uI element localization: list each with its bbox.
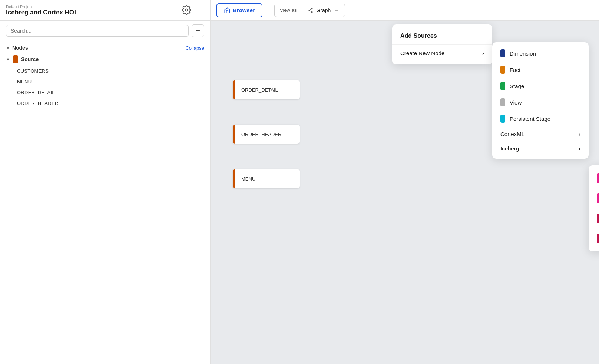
list-item[interactable]: MENU xyxy=(17,76,204,87)
node-type-dimension[interactable]: Dimension xyxy=(492,45,589,62)
view-as-label: View as xyxy=(275,4,302,17)
browser-tab-label: Browser xyxy=(233,7,255,13)
snowpipe-iceberg-table-item[interactable]: Snowpipe Iceberg table xyxy=(589,228,599,248)
view-dot xyxy=(500,98,505,106)
source-chevron-icon: ▼ xyxy=(6,57,10,62)
settings-icon[interactable] xyxy=(182,5,191,16)
list-item[interactable]: ORDER_HEADER xyxy=(17,98,204,109)
stage-dot xyxy=(500,82,505,90)
collapse-button[interactable]: Collapse xyxy=(185,45,204,51)
create-new-node-item[interactable]: Create New Node › xyxy=(392,45,492,62)
snowflake-iceberg-dot xyxy=(597,173,599,183)
cortexML-arrow-icon: › xyxy=(579,131,580,137)
node-type-fact[interactable]: Fact xyxy=(492,62,589,78)
node-type-view[interactable]: View xyxy=(492,94,589,110)
project-label: Default Project xyxy=(6,4,204,9)
svg-line-4 xyxy=(309,9,312,10)
external-iceberg-table-item[interactable]: External Iceberg table xyxy=(589,188,599,208)
nodes-label-text: Nodes xyxy=(12,45,28,51)
node-label: ORDER_HEADER xyxy=(235,125,287,144)
canvas-node[interactable]: ORDER_HEADER xyxy=(233,125,300,144)
canvas-node[interactable]: ORDER_DETAIL xyxy=(233,80,300,99)
fact-label: Fact xyxy=(510,67,520,73)
node-type-iceberg[interactable]: Iceberg › xyxy=(492,141,589,156)
node-bar xyxy=(233,125,235,144)
graph-dropdown[interactable]: Graph xyxy=(302,4,345,17)
iceberg-label: Iceberg xyxy=(500,145,519,152)
main-layout: + ▼ Nodes Collapse ▼ Source CUSTOMERS ME… xyxy=(0,21,599,364)
copy-into-iceberg-table-item[interactable]: Copy Into Iceberg table xyxy=(589,208,599,228)
external-iceberg-dot xyxy=(597,193,599,203)
sidebar-header: Default Project Iceberg and Cortex HOL xyxy=(0,0,211,20)
svg-point-3 xyxy=(312,11,313,13)
node-bar xyxy=(233,169,235,188)
svg-point-2 xyxy=(312,8,313,9)
svg-line-5 xyxy=(309,10,312,12)
iceberg-submenu: Snowflake Iceberg table External Iceberg… xyxy=(589,165,599,251)
snowflake-iceberg-table-item[interactable]: Snowflake Iceberg table xyxy=(589,168,599,188)
node-label: ORDER_DETAIL xyxy=(235,80,284,99)
stage-label: Stage xyxy=(510,83,524,89)
browser-tab[interactable]: Browser xyxy=(216,3,262,17)
sidebar: + ▼ Nodes Collapse ▼ Source CUSTOMERS ME… xyxy=(0,21,211,364)
list-item[interactable]: CUSTOMERS xyxy=(17,66,204,76)
svg-point-1 xyxy=(308,10,309,11)
node-types-submenu: Dimension Fact Stage View Persistent Sta… xyxy=(492,42,589,159)
arrow-icon: › xyxy=(482,50,484,56)
dimension-label: Dimension xyxy=(510,50,536,57)
project-title: Iceberg and Cortex HOL xyxy=(6,9,204,16)
view-label: View xyxy=(510,99,522,106)
iceberg-arrow-icon: › xyxy=(579,145,580,152)
fact-dot xyxy=(500,66,505,74)
node-type-persistent-stage[interactable]: Persistent Stage xyxy=(492,110,589,127)
canvas: ORDER_DETAIL ORDER_HEADER MENU Add Sourc… xyxy=(211,21,599,364)
node-type-stage[interactable]: Stage xyxy=(492,78,589,94)
nodes-toggle[interactable]: ▼ Nodes xyxy=(6,45,28,51)
persistent-stage-dot xyxy=(500,115,505,123)
node-bar xyxy=(233,80,235,99)
main-header: Browser View as Graph xyxy=(211,0,599,20)
copy-into-iceberg-dot xyxy=(597,214,599,223)
nodes-chevron-icon: ▼ xyxy=(6,46,10,50)
create-new-node-label: Create New Node xyxy=(400,50,444,56)
canvas-node[interactable]: MENU xyxy=(233,169,300,188)
source-group: ▼ Source CUSTOMERS MENU ORDER_DETAIL ORD… xyxy=(0,53,210,109)
search-input[interactable] xyxy=(6,25,189,37)
graph-label: Graph xyxy=(316,7,331,13)
cortexML-label: CortexML xyxy=(500,131,524,137)
source-items: CUSTOMERS MENU ORDER_DETAIL ORDER_HEADER xyxy=(6,66,204,109)
source-header[interactable]: ▼ Source xyxy=(6,53,204,66)
dimension-dot xyxy=(500,49,505,57)
add-sources-item[interactable]: Add Sources xyxy=(392,27,492,44)
snowpipe-iceberg-dot xyxy=(597,234,599,243)
list-item[interactable]: ORDER_DETAIL xyxy=(17,87,204,98)
add-button[interactable]: + xyxy=(192,24,204,37)
persistent-stage-label: Persistent Stage xyxy=(510,116,550,122)
svg-point-0 xyxy=(185,9,188,11)
node-label: MENU xyxy=(235,169,261,188)
view-as-section: View as Graph xyxy=(274,4,345,17)
source-color-dot xyxy=(13,55,18,63)
node-type-cortexML[interactable]: CortexML › xyxy=(492,127,589,141)
source-label: Source xyxy=(21,56,39,62)
sidebar-search-row: + xyxy=(0,21,210,41)
add-sources-dropdown: Add Sources Create New Node › xyxy=(392,24,492,64)
sidebar-nodes-header: ▼ Nodes Collapse xyxy=(0,41,210,53)
top-bar: Default Project Iceberg and Cortex HOL B… xyxy=(0,0,599,21)
